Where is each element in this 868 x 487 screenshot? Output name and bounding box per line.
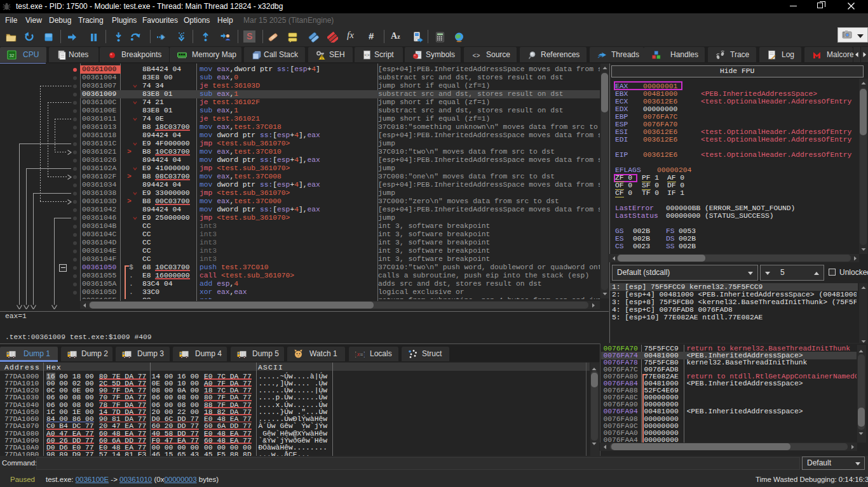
svg-text:32: 32 [10,53,15,58]
svg-text:<>: <> [472,53,480,60]
svg-text:<>: <> [364,53,369,58]
svg-text:!: ! [321,55,322,60]
svg-text:[x=]: [x=] [355,352,365,358]
